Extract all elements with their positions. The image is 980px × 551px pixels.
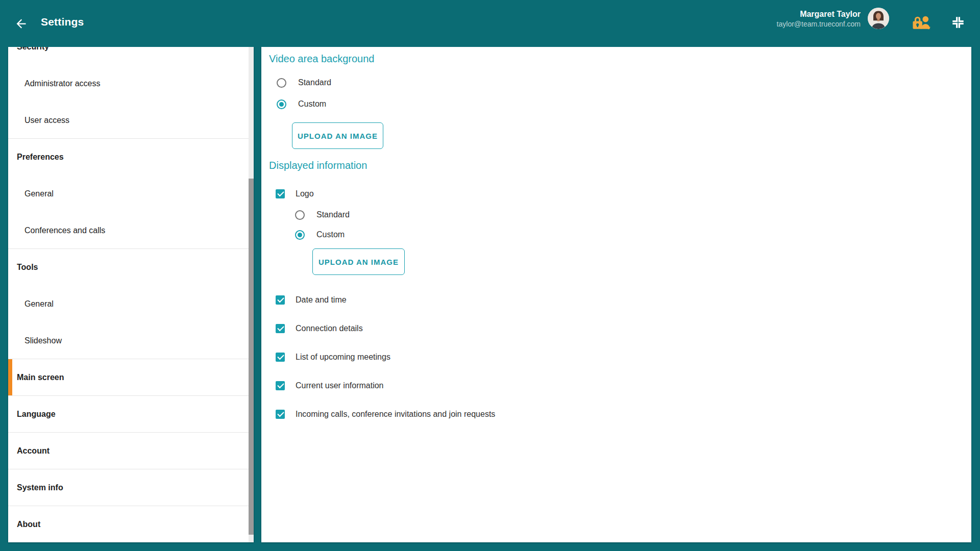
sidebar-item-general[interactable]: General	[8, 176, 254, 212]
sidebar-item-label: Conferences and calls	[24, 226, 105, 235]
checkbox-icon	[276, 381, 285, 390]
sidebar-item-general[interactable]: General	[8, 286, 254, 322]
checkbox-current-user-information[interactable]: Current user information	[276, 380, 384, 391]
radio-label: Custom	[316, 230, 345, 239]
sidebar-item-slideshow[interactable]: Slideshow	[8, 322, 254, 359]
checkbox-label: Current user information	[296, 381, 384, 390]
upload-logo-image-button[interactable]: UPLOAD AN IMAGE	[312, 248, 405, 275]
sidebar-item-language[interactable]: Language	[8, 396, 254, 433]
collapse-button[interactable]	[946, 12, 970, 33]
avatar-image	[868, 8, 889, 29]
sidebar-item-administrator-access[interactable]: Administrator access	[8, 65, 254, 102]
sidebar-item-about[interactable]: About	[8, 506, 254, 542]
checkbox-logo[interactable]: Logo	[276, 188, 314, 199]
header-bar: Settings Margaret Taylor taylor@team.tru…	[0, 0, 980, 47]
sidebar-item-label: Preferences	[17, 153, 64, 161]
sidebar-item-tools: Tools	[8, 249, 254, 286]
radio-label: Standard	[316, 210, 350, 219]
checkbox-label: Connection details	[296, 324, 363, 333]
checkbox-list-of-upcoming-meetings[interactable]: List of upcoming meetings	[276, 352, 390, 363]
avatar[interactable]	[868, 8, 889, 29]
checkbox-connection-details[interactable]: Connection details	[276, 323, 363, 334]
main-screen-settings-panel: Video area background Standard Custom UP…	[261, 47, 971, 542]
checkbox-label: Logo	[296, 189, 314, 198]
back-button[interactable]	[11, 14, 31, 33]
sidebar-item-label: Security	[17, 47, 49, 51]
radio-background-custom[interactable]: Custom	[277, 98, 326, 110]
sidebar-item-system-info[interactable]: System info	[8, 469, 254, 506]
settings-sidebar: SecurityAdministrator accessUser accessP…	[8, 47, 254, 542]
page-title: Settings	[41, 16, 84, 28]
checkbox-date-and-time[interactable]: Date and time	[276, 294, 347, 306]
checkbox-icon	[276, 324, 285, 333]
sidebar-scrollbar-thumb[interactable]	[249, 179, 254, 535]
sidebar-item-label: System info	[17, 483, 63, 492]
sidebar-item-label: Account	[17, 446, 50, 455]
radio-background-standard[interactable]: Standard	[277, 77, 331, 88]
sidebar-item-label: Administrator access	[24, 79, 101, 88]
radio-icon	[295, 230, 305, 240]
active-item-indicator	[8, 359, 12, 395]
checkbox-icon	[276, 295, 285, 305]
collapse-icon	[951, 15, 965, 30]
user-email: taylor@team.trueconf.com	[777, 19, 861, 29]
sidebar-item-label: General	[24, 189, 54, 198]
user-name: Margaret Taylor	[777, 9, 861, 19]
checkbox-incoming-calls-conference-invitations-and-join-requests[interactable]: Incoming calls, conference invitations a…	[276, 409, 495, 420]
sidebar-nav: SecurityAdministrator accessUser accessP…	[8, 47, 254, 542]
radio-icon	[277, 99, 286, 109]
sidebar-item-label: Main screen	[17, 373, 64, 382]
checkbox-icon	[276, 189, 285, 198]
radio-label: Custom	[298, 99, 326, 109]
radio-label: Standard	[298, 78, 331, 87]
sidebar-item-main-screen[interactable]: Main screen	[8, 359, 254, 396]
sidebar-item-account[interactable]: Account	[8, 433, 254, 469]
sidebar-item-preferences: Preferences	[8, 139, 254, 176]
lock-user-button[interactable]	[910, 12, 933, 33]
sidebar-item-label: General	[24, 299, 54, 308]
sidebar-item-label: Language	[17, 410, 56, 418]
radio-logo-custom[interactable]: Custom	[295, 229, 345, 240]
sidebar-item-label: Slideshow	[24, 336, 62, 345]
sidebar-item-label: About	[17, 520, 40, 529]
checkbox-icon	[276, 353, 285, 362]
current-user-info: Margaret Taylor taylor@team.trueconf.com	[777, 9, 861, 29]
radio-icon	[277, 78, 286, 88]
sidebar-item-security: Security	[8, 47, 254, 65]
checkbox-label: Date and time	[296, 295, 347, 305]
sidebar-item-label: Tools	[17, 263, 38, 271]
checkbox-label: Incoming calls, conference invitations a…	[296, 410, 495, 419]
sidebar-item-conferences-and-calls[interactable]: Conferences and calls	[8, 212, 254, 249]
radio-icon	[295, 210, 305, 220]
checkbox-icon	[276, 410, 285, 419]
radio-logo-standard[interactable]: Standard	[295, 209, 350, 220]
sidebar-scrollbar-track[interactable]	[249, 47, 254, 542]
back-arrow-icon	[14, 17, 28, 31]
upload-background-image-button[interactable]: UPLOAD AN IMAGE	[292, 122, 383, 149]
sidebar-item-label: User access	[24, 116, 69, 124]
section-heading-video-area-background: Video area background	[269, 53, 374, 65]
sidebar-item-user-access[interactable]: User access	[8, 102, 254, 139]
checkbox-label: List of upcoming meetings	[296, 353, 390, 362]
section-heading-displayed-information: Displayed information	[269, 160, 367, 171]
lock-user-icon	[911, 14, 932, 31]
